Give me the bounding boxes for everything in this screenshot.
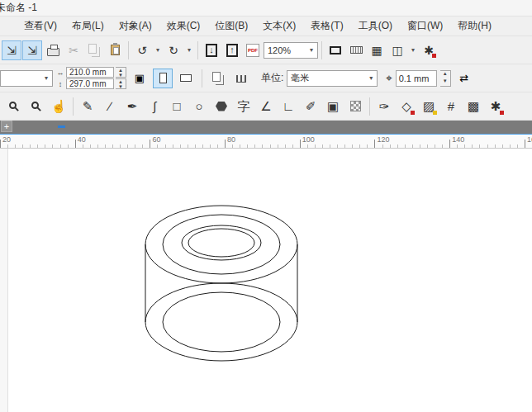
export-button[interactable]: ↑ [222,40,242,60]
pan-tool[interactable]: ☝ [48,96,69,117]
chevron-down-icon[interactable]: ▾ [306,46,317,54]
units-combo[interactable]: 毫米 ▾ [287,70,378,87]
mesh-fill-tool-icon: ▩ [468,100,479,112]
outline-pen-tool-badge [411,111,415,115]
menu-view[interactable]: 查看(V) [17,16,64,36]
page-width-field[interactable]: 210.0 mm [66,67,114,78]
outline-pen-tool[interactable]: ◇ [396,96,417,117]
cut-button[interactable]: ✂ [64,40,83,60]
zoom-in-tool[interactable] [3,96,25,117]
bspline-tool-icon: ∫ [153,100,156,112]
snap-toggle[interactable]: ◫ [387,40,407,60]
property-bar: ▾ ↔ 210.0 mm ▲▼ ↕ 297.0 mm ▲▼ ▣ 单位: 毫米 ▾… [0,64,532,92]
page-height-stepper[interactable]: ▲▼ [116,78,126,89]
drawing-object[interactable] [145,206,297,361]
menu-bar: 查看(V)布局(L)对象(A)效果(C)位图(B)文本(X)表格(T)工具(O)… [0,17,532,36]
undo-dropdown-icon: ▾ [156,47,159,54]
menu-effects[interactable]: 效果(C) [159,16,208,36]
attributes-eyedropper-tool[interactable]: ✑ [373,96,395,117]
fullscreen-button[interactable] [325,40,345,60]
menu-layout[interactable]: 布局(L) [64,16,112,36]
polygon-tool[interactable] [211,96,232,117]
bezier-tool[interactable]: ✒ [121,96,143,117]
auto-fit-page-button[interactable]: ▣ [130,69,150,88]
zoom-level-combo[interactable]: 120%▾ [264,42,318,59]
nudge-stepper[interactable]: ▲▼ [440,70,451,87]
parallel-dimension-tool-icon: ∠ [260,100,271,112]
rectangle-tool[interactable]: □ [166,96,188,117]
rectangle-tool-icon: □ [173,100,180,112]
text-tool[interactable]: 字 [233,96,254,117]
copy-button-icon [88,44,97,54]
pdf-button[interactable]: PDF [243,40,263,60]
menu-help[interactable]: 帮助(H) [450,16,499,36]
polygon-tool-icon [216,102,227,111]
page-width-stepper[interactable]: ▲▼ [116,67,126,78]
connector-tool[interactable]: ∟ [278,96,299,117]
landscape-icon [180,74,192,82]
add-page-button[interactable]: + [1,121,12,132]
ruler-label: 140 [452,135,464,144]
save-button[interactable]: ⇲ [22,40,42,60]
horizontal-ruler[interactable]: 20406080100120140160 [0,134,532,149]
options-button[interactable]: ✱ [419,40,439,60]
paste-button[interactable] [105,40,125,60]
menu-table[interactable]: 表格(T) [303,16,350,36]
toolbar-separator [369,97,370,116]
page-height-field[interactable]: 297.0 mm [66,78,114,89]
page-width-icon: ↔ [56,69,64,77]
page-position-marker [58,125,65,128]
parallel-dimension-tool[interactable]: ∠ [255,96,277,117]
snap-dropdown[interactable]: ▾ [408,40,418,60]
redo-dropdown[interactable]: ▾ [184,40,194,60]
ellipse-tool[interactable]: ○ [188,96,210,117]
import-button[interactable]: ↓ [202,40,221,60]
transparency-tool[interactable] [344,96,366,117]
duplicate-distance-button[interactable]: ⇄ [454,69,474,88]
copy-button[interactable] [84,40,104,60]
ellipse-tool-icon: ○ [195,100,202,112]
transparency-tool-icon [350,101,361,111]
print-button[interactable] [43,40,63,60]
menu-window[interactable]: 窗口(W) [400,16,450,36]
redo-dropdown-icon: ▾ [188,47,191,54]
all-pages-button[interactable] [208,69,228,88]
fill-tool[interactable]: ▨ [418,96,439,117]
smart-drawing-tool[interactable]: ▣ [322,96,344,117]
nudge-offset-field[interactable]: 0.1 mm [396,70,437,87]
connector-tool-icon: ∟ [283,100,295,112]
zoom-out-tool[interactable] [26,96,47,117]
step-down-icon[interactable]: ▼ [116,73,126,78]
current-page-button[interactable] [231,69,251,88]
open-button[interactable]: ⇲ [2,40,21,60]
redo-button[interactable]: ↻ [164,40,183,60]
step-down-icon[interactable]: ▼ [116,84,126,89]
freehand-tool[interactable]: ✎ [77,96,98,117]
attributes-eyedropper-tool-icon: ✑ [379,100,390,112]
eyedropper-tool[interactable]: ✐ [300,96,321,117]
menu-text[interactable]: 文本(X) [255,16,303,36]
pan-tool-icon: ☝ [51,100,67,112]
two-point-line-tool[interactable]: ∕ [99,96,121,117]
ruler-label: 120 [378,135,390,144]
menu-tools[interactable]: 工具(O) [351,16,400,36]
rulers-toggle[interactable] [346,40,366,60]
table-tool[interactable]: # [440,96,462,117]
undo-button[interactable]: ↺ [132,40,152,60]
menu-object[interactable]: 对象(A) [112,16,159,36]
step-down-icon[interactable]: ▼ [440,78,450,86]
grid-toggle[interactable]: ▦ [367,40,387,60]
chevron-down-icon[interactable]: ▾ [40,74,52,82]
step-up-icon[interactable]: ▲ [440,71,450,78]
text-tool-icon: 字 [238,100,250,112]
undo-dropdown[interactable]: ▾ [153,40,163,60]
canvas[interactable] [0,149,532,412]
menu-bitmaps[interactable]: 位图(B) [207,16,255,36]
mesh-fill-tool[interactable]: ▩ [463,96,484,117]
page-size-combo[interactable]: ▾ [0,70,53,87]
bspline-tool[interactable]: ∫ [144,96,165,117]
smart-fill-tool[interactable]: ✱ [485,96,506,117]
chevron-down-icon[interactable]: ▾ [365,74,377,82]
landscape-button[interactable] [176,69,196,88]
portrait-button[interactable] [153,69,173,88]
